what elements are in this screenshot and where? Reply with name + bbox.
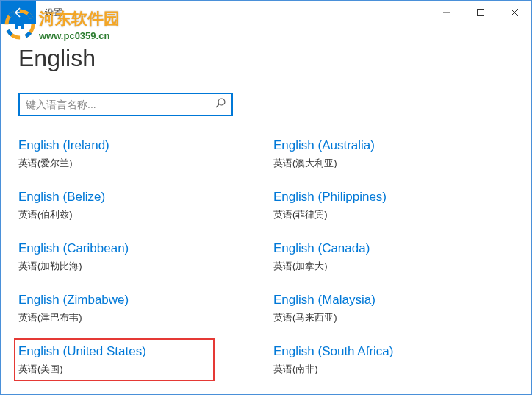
language-native: 英语(加拿大): [273, 259, 514, 274]
language-name: English (Malaysia): [273, 291, 514, 309]
maximize-icon: [477, 9, 484, 16]
language-name: English (Australia): [273, 137, 514, 154]
language-native: 英语(爱尔兰): [18, 156, 259, 171]
search-icon: [215, 98, 226, 111]
language-native: 英语(美国): [18, 362, 259, 377]
arrow-left-icon: [12, 7, 24, 18]
language-name: English (South Africa): [273, 343, 514, 360]
language-list: English (Ireland) 英语(爱尔兰) English (Beliz…: [18, 137, 514, 395]
language-item[interactable]: English (Philippines) 英语(菲律宾): [273, 188, 514, 222]
language-item[interactable]: English (Caribbean) 英语(加勒比海): [18, 240, 259, 274]
language-name: English (Zimbabwe): [18, 291, 259, 309]
language-name: English (Ireland): [18, 137, 259, 154]
search-box[interactable]: [18, 93, 233, 116]
minimize-button[interactable]: [430, 1, 464, 24]
language-native: 英语(伯利兹): [18, 207, 259, 222]
language-item[interactable]: English (South Africa) 英语(南非): [273, 343, 514, 377]
language-native: 英语(南非): [273, 362, 514, 377]
language-name: English (Belize): [18, 188, 259, 206]
close-icon: [511, 9, 518, 16]
close-button[interactable]: [497, 1, 531, 24]
titlebar: 设置: [1, 1, 531, 24]
svg-line-10: [216, 104, 219, 107]
svg-rect-1: [478, 10, 484, 16]
window-controls: [430, 1, 531, 24]
language-name: English (Philippines): [273, 188, 514, 206]
language-native: 英语(澳大利亚): [273, 156, 514, 171]
language-native: 英语(加勒比海): [18, 259, 259, 274]
language-item[interactable]: English (Ireland) 英语(爱尔兰): [18, 137, 259, 171]
language-item[interactable]: English (Australia) 英语(澳大利亚): [273, 137, 514, 171]
window-title: 设置: [45, 7, 62, 19]
language-item-us[interactable]: English (United States) 英语(美国): [18, 343, 259, 377]
watermark-url: www.pc0359.cn: [39, 30, 120, 41]
language-name: English (Caribbean): [18, 240, 259, 257]
language-native: 英语(津巴布韦): [18, 310, 259, 325]
language-column-left: English (Ireland) 英语(爱尔兰) English (Beliz…: [18, 137, 259, 395]
language-item[interactable]: English (Canada) 英语(加拿大): [273, 240, 514, 274]
back-button[interactable]: [1, 1, 36, 24]
search-input[interactable]: [26, 99, 215, 110]
page-title: English: [18, 45, 514, 72]
language-native: 英语(菲律宾): [273, 207, 514, 222]
language-name: English (Canada): [273, 240, 514, 257]
language-column-right: English (Australia) 英语(澳大利亚) English (Ph…: [273, 137, 514, 395]
svg-point-9: [218, 99, 225, 105]
language-native: 英语(马来西亚): [273, 310, 514, 325]
maximize-button[interactable]: [464, 1, 497, 24]
language-item[interactable]: English (Belize) 英语(伯利兹): [18, 188, 259, 222]
language-item[interactable]: English (Malaysia) 英语(马来西亚): [273, 291, 514, 325]
language-item[interactable]: English (Zimbabwe) 英语(津巴布韦): [18, 291, 259, 325]
language-name: English (United States): [18, 343, 259, 360]
content-area: English English (Ireland) 英语(爱尔兰) Englis…: [1, 45, 531, 395]
minimize-icon: [443, 9, 450, 16]
